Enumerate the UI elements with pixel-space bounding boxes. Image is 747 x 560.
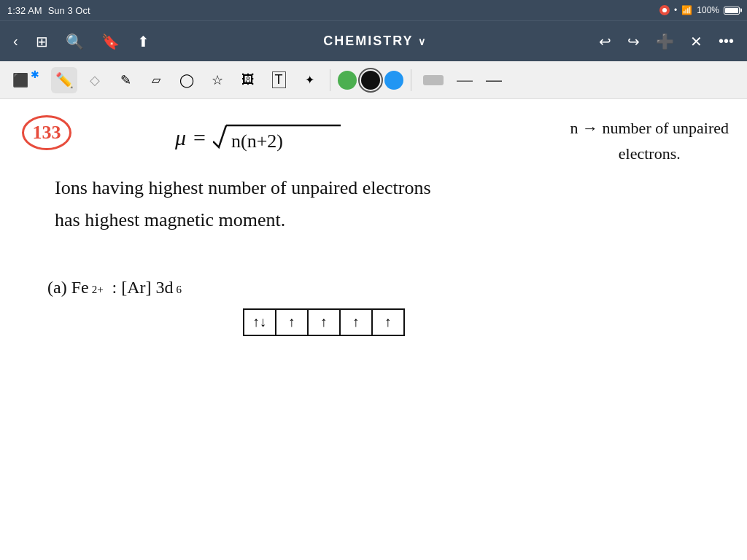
battery-percentage: 100% [697,5,719,15]
share-button[interactable]: ⬆ [134,30,152,53]
recording-indicator [659,5,670,15]
nav-bar: ‹ ⊞ 🔍 🔖 ⬆ CHEMISTRY ∨ ↩ ↪ ➕ ✕ ••• [0,20,747,61]
tablet-tool-button[interactable]: ⬛ [7,67,34,93]
option-a-superscript: 2+ [92,284,104,296]
shape-tool-button[interactable]: ▱ [143,67,169,93]
image-icon: 🖼 [241,72,255,88]
battery-fill [725,8,738,13]
orbital-box-1: ↑↓ [243,308,276,336]
orbital-box-2: ↑ [275,308,309,336]
wifi-icon: 📶 [681,5,692,15]
orbital-box-group: ↑↓ ↑ ↑ ↑ ↑ [244,308,405,336]
black-color-button[interactable] [361,71,380,90]
option-a: (a) Fe 2+ : [Ar] 3d 6 [47,278,182,298]
eraser-tool-button[interactable]: ◇ [82,67,108,93]
image-tool-button[interactable]: 🖼 [235,67,261,93]
time-display: 1:32 AM [7,5,42,16]
wand-tool-button[interactable]: ✦ [296,67,322,93]
svg-text:n(n+2): n(n+2) [231,131,283,152]
sqrt-expression: n(n+2) [213,120,344,156]
lasso-icon: ◯ [179,72,194,88]
date-display: Sun 3 Oct [48,5,90,16]
pencil-icon: ✎ [120,72,131,88]
shape-icon: ▱ [152,73,160,87]
orbital-box-4: ↑ [339,308,373,336]
blue-color-button[interactable] [384,71,403,90]
option-a-label: (a) Fe [47,278,89,298]
status-right: • 📶 100% [659,5,740,15]
orbital-box-3: ↑ [307,308,341,336]
undo-button[interactable]: ↩ [596,30,614,53]
bookmark-button[interactable]: 🔖 [98,30,123,53]
text-line-1: Ions having highest number of unpaired e… [55,172,431,204]
status-left: 1:32 AM Sun 3 Oct [7,5,90,16]
medium-dash-button[interactable]: — [452,68,477,93]
bluetooth-icon: ✱ [31,69,39,80]
text-line-2: has highest magnetic moment. [55,204,431,236]
n-definition: n → number of unpaired electrons. [570,115,729,166]
main-description: Ions having highest number of unpaired e… [55,172,431,236]
bullet-dot: • [674,5,677,15]
equals-sign: = [193,125,206,150]
option-a-formula: : [Ar] 3d [112,278,174,298]
pen-icon: ✏️ [55,71,74,89]
orbital-box-5: ↑ [371,308,405,336]
pen-tool-button[interactable]: ✏️ [51,67,77,93]
add-page-button[interactable]: ➕ [653,30,677,53]
document-title: CHEMISTRY [323,34,413,49]
toolbar-divider-2 [411,69,411,91]
text-tool-button[interactable]: T [266,67,292,93]
nav-center: CHEMISTRY ∨ [323,34,425,49]
close-button[interactable]: ✕ [687,30,705,53]
text-icon: T [272,71,286,88]
redo-button[interactable]: ↪ [624,30,643,53]
eraser-icon: ◇ [90,72,100,88]
chevron-down-icon[interactable]: ∨ [418,36,425,47]
star-tool-button[interactable]: ☆ [204,67,231,93]
thin-dash-icon: — [486,71,502,90]
green-color-button[interactable] [338,71,357,90]
grid-button[interactable]: ⊞ [33,30,51,53]
page-number: 133 [22,115,71,150]
battery-indicator [724,7,740,15]
toolbar: ⬛ ✱ ✏️ ◇ ✎ ▱ ◯ ☆ 🖼 T ✦ — — [0,61,747,99]
sqrt-svg: n(n+2) [213,120,344,156]
battery-bar [724,7,740,15]
n-definition-line2: electrons. [570,141,729,166]
medium-dash-icon: — [457,71,473,90]
more-options-button[interactable]: ••• [716,30,737,52]
toolbar-divider [330,69,330,91]
content-area: 133 μ = n(n+2) n → number of unpaired el… [0,99,747,560]
star-icon: ☆ [212,72,223,88]
thick-dash-icon [423,75,444,85]
mu-symbol: μ [175,125,186,150]
n-definition-line1: n → number of unpaired [570,115,729,141]
lasso-tool-button[interactable]: ◯ [174,67,200,93]
search-button[interactable]: 🔍 [63,30,87,53]
nav-left: ‹ ⊞ 🔍 🔖 ⬆ [10,30,152,53]
option-a-exponent: 6 [177,284,182,296]
back-button[interactable]: ‹ [10,30,21,52]
pencil-tool-button[interactable]: ✎ [112,67,139,93]
thick-dash-button[interactable] [419,72,448,88]
wand-icon: ✦ [305,73,314,87]
formula-display: μ = n(n+2) [175,120,344,156]
thin-dash-button[interactable]: — [481,68,506,93]
status-bar: 1:32 AM Sun 3 Oct • 📶 100% [0,0,747,20]
nav-right: ↩ ↪ ➕ ✕ ••• [596,30,737,53]
tablet-icon: ⬛ [12,72,28,88]
